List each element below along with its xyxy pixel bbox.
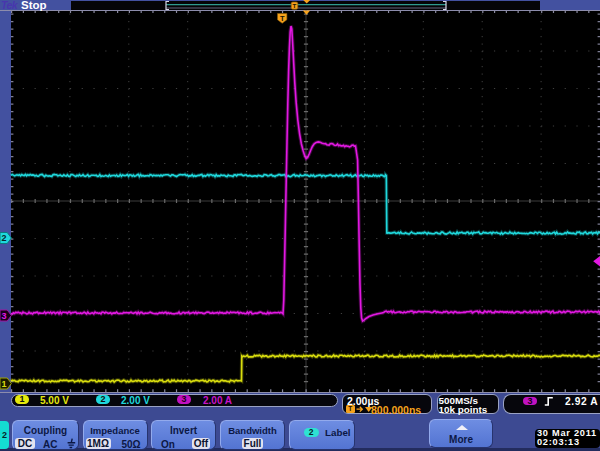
svg-text:2: 2 [2,233,7,243]
svg-text:T: T [280,14,285,23]
svg-text:3: 3 [2,311,7,321]
svg-text:1: 1 [2,379,7,389]
